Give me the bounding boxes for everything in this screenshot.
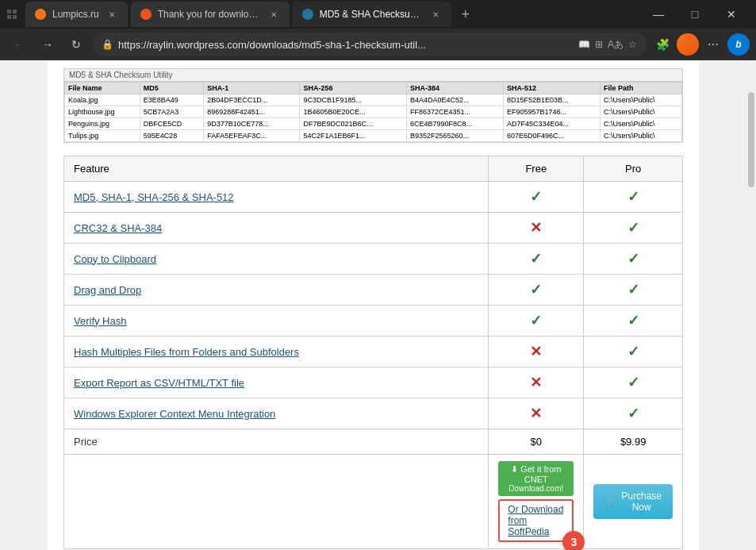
feature-pro-6: ✓ — [584, 337, 683, 367]
feature-pro-7: ✓ — [584, 367, 683, 398]
softpedia-link[interactable]: Or Download from SoftPedia — [498, 499, 574, 542]
feature-name-8[interactable]: Windows Explorer Context Menu Integratio… — [64, 398, 489, 429]
refresh-button[interactable]: ↻ — [63, 32, 89, 57]
feature-free-3: ✓ — [489, 244, 584, 275]
tab3-favicon — [302, 9, 313, 20]
checksum-screenshot: MD5 & SHA Checksum Utility File Name MD5… — [63, 68, 683, 143]
tab2-close[interactable]: ✕ — [267, 8, 280, 21]
feature-name-6[interactable]: Hash Multiples Files from Folders and Su… — [64, 337, 489, 367]
feature-row-price: Price $0 $9.99 — [64, 429, 683, 455]
table-row: Penguins.jpgDBFCE5CD9D377B10CE778...DF7B… — [65, 118, 682, 130]
feature-name-5[interactable]: Verify Hash — [64, 306, 489, 337]
tab3-close[interactable]: ✕ — [429, 8, 442, 21]
tab1-close[interactable]: ✕ — [106, 8, 118, 21]
browser-tab-1[interactable]: Lumpics.ru ✕ — [25, 2, 128, 27]
forward-button[interactable]: → — [35, 32, 60, 57]
svg-rect-3 — [13, 15, 17, 19]
favorites-icon[interactable]: ☆ — [628, 39, 637, 50]
svg-rect-0 — [7, 10, 11, 13]
minimize-button[interactable]: — — [640, 2, 677, 27]
download-row: ⬇ Get it from CNET Download.com! Or Down… — [64, 455, 683, 549]
extensions-button[interactable]: 🧩 — [650, 32, 675, 57]
feature-comparison-table: Feature Free Pro MD5, SHA-1, SHA-256 & S… — [63, 156, 683, 549]
feature-row-5: Verify Hash ✓ ✓ — [64, 306, 683, 337]
table-row: Tulips.jpg595E4C28FAFA5EFEAF3C...54C2F1A… — [65, 130, 682, 142]
page-inner: MD5 & SHA Checksum Utility File Name MD5… — [0, 60, 746, 550]
titlebar: Lumpics.ru ✕ Thank you for downloading U… — [0, 0, 756, 29]
tab2-favicon — [140, 9, 152, 20]
pro-col-header: Pro — [584, 156, 683, 182]
new-tab-button[interactable]: + — [455, 3, 477, 25]
profile-button[interactable] — [677, 33, 699, 56]
feature-name-4[interactable]: Drag and Drop — [64, 275, 489, 306]
back-button[interactable]: ← — [6, 32, 32, 57]
bing-button[interactable]: b — [727, 33, 750, 56]
feature-pro-price: $9.99 — [584, 429, 683, 455]
browser-tab-2[interactable]: Thank you for downloading U... ✕ — [131, 2, 290, 27]
feature-name-price: Price — [64, 429, 489, 455]
feature-free-4: ✓ — [489, 275, 584, 306]
feature-pro-8: ✓ — [584, 398, 683, 429]
feature-free-7: ✕ — [489, 367, 584, 398]
feature-col-header: Feature — [64, 156, 489, 182]
page-content: MD5 & SHA Checksum Utility File Name MD5… — [0, 60, 756, 550]
feature-free-price: $0 — [489, 429, 584, 455]
feature-row-2: CRC32 & SHA-384 ✕ ✓ — [64, 213, 683, 244]
settings-button[interactable]: ⋯ — [700, 32, 726, 57]
feature-row-3: Copy to Clipboard ✓ ✓ — [64, 244, 683, 275]
scrollbar-track[interactable] — [746, 60, 756, 550]
free-col-header: Free — [489, 156, 584, 182]
maximize-button[interactable]: □ — [677, 2, 713, 27]
navbar: ← → ↻ 🔒 https://raylin.wordpress.com/dow… — [0, 29, 756, 60]
feature-name-2[interactable]: CRC32 & SHA-384 — [64, 213, 489, 244]
feature-row-4: Drag and Drop ✓ ✓ — [64, 275, 683, 306]
svg-rect-1 — [13, 10, 17, 13]
translate-icon[interactable]: Aあ — [608, 38, 624, 52]
feature-pro-4: ✓ — [584, 275, 683, 306]
feature-name-7[interactable]: Export Report as CSV/HTML/TXT file — [64, 367, 489, 398]
cart-icon: 🛒 — [604, 496, 616, 507]
feature-free-6: ✕ — [489, 337, 584, 367]
collections-icon[interactable]: ⊞ — [595, 39, 603, 50]
checksum-table: File Name MD5 SHA-1 SHA-256 SHA-384 SHA-… — [64, 82, 682, 142]
table-row: Lighthouse.jpg5CB7A2A38969288F42451...1B… — [65, 106, 682, 118]
tab-bar: Lumpics.ru ✕ Thank you for downloading U… — [6, 2, 477, 27]
feature-name-1[interactable]: MD5, SHA-1, SHA-256 & SHA-512 — [64, 182, 489, 213]
address-bar[interactable]: 🔒 https://raylin.wordpress.com/downloads… — [92, 33, 647, 56]
download-pro-cell: 🛒 Purchase Now — [584, 455, 683, 549]
cnet-download-button[interactable]: ⬇ Get it from CNET Download.com! — [498, 461, 574, 496]
feature-pro-2: ✓ — [584, 213, 683, 244]
window-menu-icon[interactable] — [6, 8, 19, 21]
feature-pro-3: ✓ — [584, 244, 683, 275]
purchase-now-button[interactable]: 🛒 Purchase Now — [593, 484, 673, 519]
tab2-label: Thank you for downloading U... — [158, 9, 261, 20]
feature-row-1: MD5, SHA-1, SHA-256 & SHA-512 ✓ ✓ — [64, 182, 683, 213]
step-3-badge: 3 — [562, 531, 585, 550]
feature-row-7: Export Report as CSV/HTML/TXT file ✕ ✓ — [64, 367, 683, 398]
navbar-right: 🧩 ⋯ b — [650, 32, 750, 57]
feature-name-3[interactable]: Copy to Clipboard — [64, 244, 489, 275]
main-content: MD5 & SHA Checksum Utility File Name MD5… — [48, 60, 699, 550]
feature-free-1: ✓ — [489, 182, 584, 213]
feature-row-6: Hash Multiples Files from Folders and Su… — [64, 337, 683, 367]
address-text: https://raylin.wordpress.com/downloads/m… — [118, 39, 574, 51]
feature-free-8: ✕ — [489, 398, 584, 429]
feature-pro-5: ✓ — [584, 306, 683, 337]
feature-free-2: ✕ — [489, 213, 584, 244]
reader-mode-icon[interactable]: 📖 — [578, 39, 590, 50]
tab1-label: Lumpics.ru — [52, 9, 99, 20]
tab1-favicon — [35, 9, 46, 20]
download-badge-container: ⬇ Get it from CNET Download.com! Or Down… — [498, 461, 574, 542]
svg-rect-2 — [7, 15, 11, 19]
window-controls: — □ ✕ — [640, 2, 750, 27]
table-row: Koala.jpgE3E8BA492B04DF3ECC1D...9C3DCB1F… — [65, 94, 682, 106]
scrollbar-thumb[interactable] — [748, 92, 754, 187]
browser-tab-3[interactable]: MD5 & SHA Checksum Utility ✕ — [293, 2, 451, 27]
close-button[interactable]: ✕ — [713, 2, 750, 27]
feature-free-5: ✓ — [489, 306, 584, 337]
feature-pro-1: ✓ — [584, 182, 683, 213]
download-empty-cell — [64, 455, 489, 549]
softpedia-container: Or Download from SoftPedia 3 — [498, 499, 574, 542]
lock-icon: 🔒 — [102, 39, 113, 50]
feature-row-8: Windows Explorer Context Menu Integratio… — [64, 398, 683, 429]
